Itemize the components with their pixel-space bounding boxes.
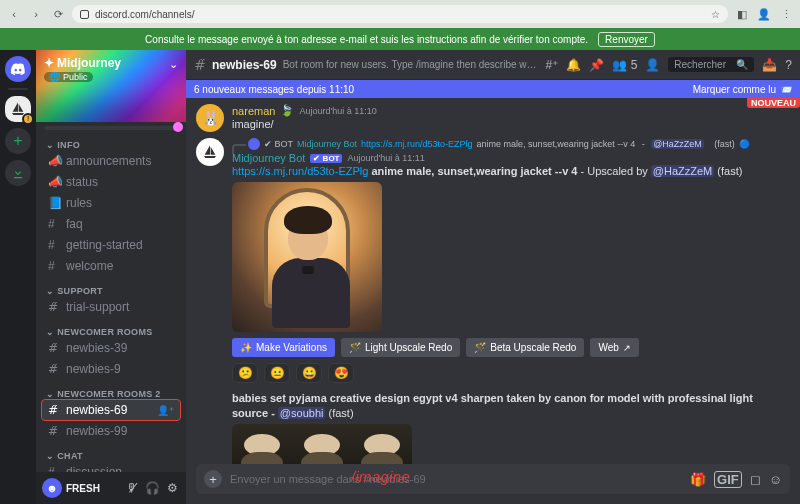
channel-newbies-69[interactable]: #̈newbies-69👤⁺: [42, 400, 180, 420]
mention[interactable]: @soubhi: [278, 407, 326, 419]
channel-welcome[interactable]: #welcome: [42, 256, 180, 276]
show-members-icon[interactable]: 👤: [645, 58, 660, 72]
category-newcomer-2[interactable]: ⌄ NEWCOMER ROOMS 2: [40, 389, 182, 399]
search-icon: 🔍: [736, 59, 748, 70]
mark-as-read[interactable]: Marquer comme lu 📨: [693, 84, 792, 95]
channel-status[interactable]: 📣status: [42, 172, 180, 192]
message-content: https://s.mj.run/d53to-EZPlg anime male,…: [232, 164, 790, 178]
timestamp: Aujourd'hui à 11:10: [299, 106, 376, 116]
threads-icon[interactable]: #⁺: [546, 58, 559, 72]
reaction[interactable]: 😍: [328, 363, 354, 383]
reaction[interactable]: 😕: [232, 363, 258, 383]
generated-image[interactable]: [232, 182, 382, 332]
emoji-icon[interactable]: ☺: [769, 472, 782, 487]
category-info[interactable]: ⌄ INFO: [40, 140, 182, 150]
web-button[interactable]: Web: [590, 338, 638, 357]
home-button[interactable]: [5, 56, 31, 82]
mention[interactable]: @HaZzZeM: [651, 165, 714, 177]
wand-icon: [474, 342, 486, 353]
settings-icon[interactable]: ⚙: [164, 481, 180, 495]
back-button[interactable]: ‹: [6, 6, 22, 22]
add-server-button[interactable]: +: [5, 128, 31, 154]
channel-rules[interactable]: 📘rules: [42, 193, 180, 213]
reply-reference[interactable]: ✔ BOT Midjourney Bot https://s.mj.run/d5…: [232, 138, 790, 150]
generated-image-grid[interactable]: [232, 424, 412, 464]
help-icon[interactable]: ?: [785, 58, 792, 72]
avatar[interactable]: 🐰: [196, 104, 224, 132]
mute-icon[interactable]: 🎙︎̸: [124, 481, 140, 495]
light-upscale-button[interactable]: Light Upscale Redo: [341, 338, 460, 357]
channel-newbies-9[interactable]: #̈newbies-9: [42, 359, 180, 379]
resend-button[interactable]: Renvoyer: [598, 32, 655, 47]
channel-newbies-39[interactable]: #̈newbies-39: [42, 338, 180, 358]
inbox-icon[interactable]: 📥: [762, 58, 777, 72]
prompt-link[interactable]: https://s.mj.run/d53to-EZPlg: [232, 165, 368, 177]
bookmark-icon[interactable]: ☆: [711, 9, 720, 20]
server-midjourney[interactable]: !: [5, 96, 31, 122]
message-list[interactable]: 🐰 nareman 🍃Aujourd'hui à 11:10 imagine/ …: [186, 98, 800, 464]
warning-badge: !: [22, 113, 34, 125]
verify-email-banner: Consulte le message envoyé à ton adresse…: [0, 28, 800, 50]
avatar[interactable]: [196, 138, 224, 166]
pin-icon[interactable]: 📌: [589, 58, 604, 72]
extension-icon[interactable]: ◧: [734, 6, 750, 22]
hashchat-icon: #̈: [48, 341, 60, 355]
mention[interactable]: @HaZzZeM: [651, 139, 704, 149]
hashchat-icon: #̈: [48, 424, 60, 438]
lock-icon: [80, 10, 89, 19]
channel-faq[interactable]: #faq: [42, 214, 180, 234]
category-support[interactable]: ⌄ SUPPORT: [40, 286, 182, 296]
address-bar[interactable]: discord.com/channels/ ☆: [72, 5, 728, 23]
search-input[interactable]: Rechercher🔍: [668, 57, 754, 72]
composer: + Envoyer un message dans #newbies-69 /i…: [186, 464, 800, 504]
rail-separator: [8, 88, 28, 90]
megaphone-icon: 📣: [48, 154, 60, 168]
menu-icon[interactable]: ⋮: [778, 6, 794, 22]
hashchat-icon: #̈: [48, 362, 60, 376]
category-chat[interactable]: ⌄ CHAT: [40, 451, 182, 461]
chat-area: #̈ newbies-69 Bot room for new users. Ty…: [186, 50, 800, 504]
channel-header: #̈ newbies-69 Bot room for new users. Ty…: [186, 50, 800, 80]
gift-icon[interactable]: 🎁: [690, 472, 706, 487]
author-name[interactable]: nareman: [232, 105, 275, 117]
members-icon[interactable]: 👥 5: [612, 58, 637, 72]
reaction[interactable]: 😀: [296, 363, 322, 383]
user-bar: ☻ FRESH 🎙︎̸ 🎧 ⚙: [36, 472, 186, 504]
action-buttons: Make Variations Light Upscale Redo Beta …: [232, 338, 790, 357]
reply-link[interactable]: https://s.mj.run/d53to-EZPlg: [361, 139, 473, 149]
reload-button[interactable]: ⟳: [50, 6, 66, 22]
channel-sidebar: ✦Midjourney 🌐 Public ⌄ ⌄ INFO 📣announcem…: [36, 50, 186, 504]
notification-icon[interactable]: 🔔: [566, 58, 581, 72]
channel-announcements[interactable]: 📣announcements: [42, 151, 180, 171]
attach-button[interactable]: +: [204, 470, 222, 488]
channel-trial-support[interactable]: #̈trial-support: [42, 297, 180, 317]
message: 🐰 nareman 🍃Aujourd'hui à 11:10 imagine/: [196, 104, 790, 132]
profile-icon[interactable]: 👤: [756, 6, 772, 22]
reply-author: Midjourney Bot: [297, 139, 357, 149]
make-variations-button[interactable]: Make Variations: [232, 338, 335, 357]
channel-discussion[interactable]: #discussion: [42, 462, 180, 472]
hash-icon: #: [48, 217, 60, 231]
reaction[interactable]: 😐: [264, 363, 290, 383]
message-input[interactable]: + Envoyer un message dans #newbies-69 /i…: [196, 464, 790, 494]
channel-topic[interactable]: Bot room for new users. Type /imagine th…: [283, 59, 540, 70]
server-header[interactable]: ✦Midjourney 🌐 Public ⌄: [36, 50, 186, 122]
invite-icon[interactable]: 👤⁺: [157, 405, 174, 416]
sticker-icon[interactable]: ◻: [750, 472, 761, 487]
external-link-icon: [623, 342, 631, 353]
download-icon: [11, 166, 25, 180]
download-apps-button[interactable]: [5, 160, 31, 186]
user-avatar[interactable]: ☻: [42, 478, 62, 498]
channel-getting-started[interactable]: #getting-started: [42, 235, 180, 255]
gif-button[interactable]: GIF: [714, 471, 742, 488]
category-newcomer[interactable]: ⌄ NEWCOMER ROOMS: [40, 327, 182, 337]
channel-newbies-99[interactable]: #̈newbies-99: [42, 421, 180, 441]
leaf-icon: 🍃: [280, 104, 294, 117]
new-messages-bar[interactable]: 6 nouveaux messages depuis 11:10 Marquer…: [186, 80, 800, 98]
deafen-icon[interactable]: 🎧: [144, 481, 160, 495]
channel-scroll[interactable]: ⌄ INFO 📣announcements 📣status 📘rules #fa…: [36, 130, 186, 472]
username[interactable]: FRESH: [66, 483, 120, 494]
beta-upscale-button[interactable]: Beta Upscale Redo: [466, 338, 584, 357]
wand-icon: [349, 342, 361, 353]
forward-button[interactable]: ›: [28, 6, 44, 22]
